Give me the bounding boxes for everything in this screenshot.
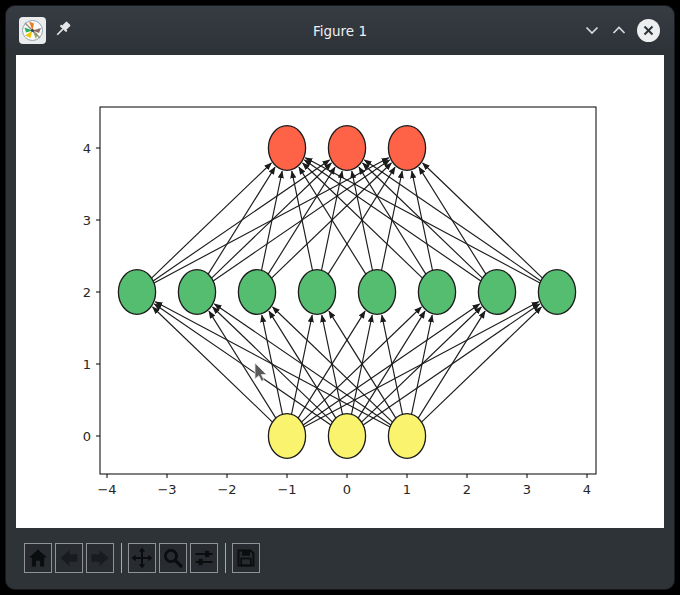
x-tick-label: 2 <box>463 482 471 497</box>
home-button[interactable] <box>24 543 52 573</box>
x-tick-label: 0 <box>343 482 351 497</box>
toolbar-separator <box>121 543 122 573</box>
middle-layer-node <box>118 270 155 315</box>
edge-arrow <box>303 163 423 278</box>
x-tick-label: 1 <box>403 482 411 497</box>
figure-canvas[interactable]: −4−3−2−10123401234 <box>16 55 664 528</box>
minimize-button chevron-down-icon[interactable] <box>583 22 601 40</box>
toolbar-separator <box>225 543 226 573</box>
edge-arrow <box>305 158 540 283</box>
maximize-button chevron-up-icon[interactable] <box>610 22 628 40</box>
edge-arrow <box>152 163 272 278</box>
x-tick-label: 4 <box>583 482 591 497</box>
edge-arrow <box>364 160 540 281</box>
middle-layer-node <box>538 270 575 315</box>
edge-arrow <box>153 307 273 422</box>
mouse-cursor <box>255 363 266 381</box>
window-controls <box>583 6 660 55</box>
figure-window: Figure 1 −4−3−2−10123401234 <box>6 6 674 589</box>
edge-arrow <box>155 302 390 427</box>
edge-arrow <box>423 163 543 278</box>
edge-arrow <box>422 307 542 422</box>
desktop-background: Figure 1 −4−3−2−10123401234 <box>0 0 680 595</box>
navigation-toolbar <box>6 528 674 589</box>
middle-layer-node <box>238 270 275 315</box>
y-tick-label: 1 <box>83 357 91 372</box>
bottom-layer-node <box>388 414 425 459</box>
forward-button arrow-right-icon[interactable] <box>86 543 114 573</box>
edge-arrow <box>418 311 485 418</box>
x-tick-label: −4 <box>97 482 116 497</box>
edge-arrow <box>329 311 396 418</box>
bottom-layer-node <box>268 414 305 459</box>
pan-button move-arrows-icon[interactable] <box>128 543 156 573</box>
edge-arrow <box>154 304 330 425</box>
edge-arrow <box>214 304 390 425</box>
y-tick-label: 0 <box>83 429 91 444</box>
edge-arrow <box>412 315 433 414</box>
top-layer-node <box>388 126 425 171</box>
x-tick-label: −3 <box>157 482 176 497</box>
middle-layer-node <box>298 270 335 315</box>
top-layer-node <box>328 126 365 171</box>
middle-layer-node <box>418 270 455 315</box>
pin-icon[interactable] <box>53 20 73 42</box>
back-button arrow-left-icon[interactable] <box>55 543 83 573</box>
tools-app-icon <box>19 17 46 44</box>
middle-layer-node <box>478 270 515 315</box>
save-button floppy-disk-icon[interactable] <box>232 543 260 573</box>
y-tick-label: 2 <box>83 285 91 300</box>
close-button close-x-icon[interactable] <box>637 19 660 42</box>
y-tick-label: 3 <box>83 213 91 228</box>
x-tick-label: −2 <box>217 482 236 497</box>
x-tick-label: −1 <box>277 482 296 497</box>
y-tick-label: 4 <box>83 141 91 156</box>
window-titlebar[interactable]: Figure 1 <box>6 6 674 55</box>
edge-arrow <box>208 167 275 274</box>
edge-arrow <box>262 171 283 270</box>
configure-subplots-button sliders-icon[interactable] <box>190 543 218 573</box>
x-tick-label: 3 <box>523 482 531 497</box>
top-layer-node <box>268 126 305 171</box>
zoom-button magnifier-icon[interactable] <box>159 543 187 573</box>
bottom-layer-node <box>328 414 365 459</box>
middle-layer-node <box>358 270 395 315</box>
network-plot[interactable]: −4−3−2−10123401234 <box>16 55 664 528</box>
middle-layer-node <box>178 270 215 315</box>
window-title: Figure 1 <box>6 6 674 55</box>
